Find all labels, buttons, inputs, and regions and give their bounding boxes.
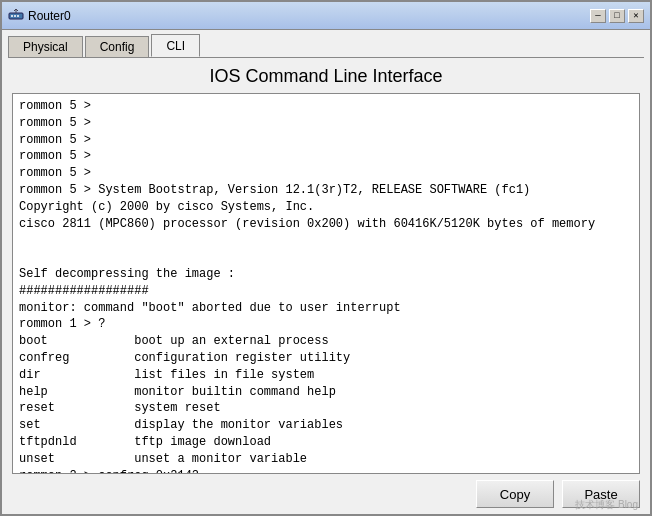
minimize-button[interactable]: —	[590, 9, 606, 23]
router-icon	[8, 8, 24, 24]
copy-button[interactable]: Copy	[476, 480, 554, 508]
restore-button[interactable]: □	[609, 9, 625, 23]
tab-physical[interactable]: Physical	[8, 36, 83, 57]
svg-point-3	[17, 15, 19, 17]
tab-config[interactable]: Config	[85, 36, 150, 57]
terminal-output[interactable]: rommon 5 > rommon 5 > rommon 5 > rommon …	[13, 94, 639, 473]
bottom-bar: Copy Paste	[2, 474, 650, 514]
tabs-bar: Physical Config CLI	[2, 30, 650, 57]
page-title: IOS Command Line Interface	[2, 58, 650, 93]
terminal-container: rommon 5 > rommon 5 > rommon 5 > rommon …	[12, 93, 640, 474]
close-button[interactable]: ✕	[628, 9, 644, 23]
tab-cli[interactable]: CLI	[151, 34, 200, 57]
title-bar: Router0 — □ ✕	[2, 2, 650, 30]
main-window: Router0 — □ ✕ Physical Config CLI IOS Co…	[0, 0, 652, 516]
title-bar-left: Router0	[8, 8, 71, 24]
paste-button[interactable]: Paste	[562, 480, 640, 508]
window-title: Router0	[28, 9, 71, 23]
svg-point-2	[14, 15, 16, 17]
svg-point-1	[11, 15, 13, 17]
title-controls: — □ ✕	[590, 9, 644, 23]
